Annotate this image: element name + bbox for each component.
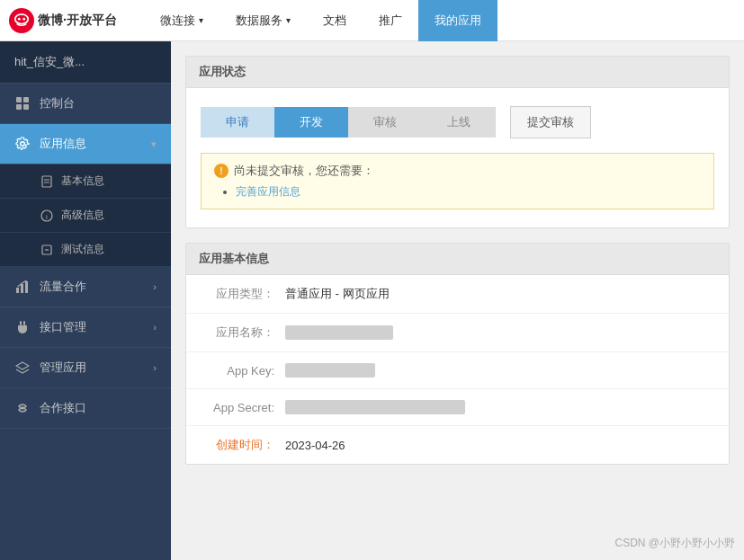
- info-value-createtime: 2023-04-26: [285, 439, 345, 452]
- sidebar-sub-basicinfo[interactable]: 基本信息: [0, 164, 171, 199]
- link-icon: [14, 400, 31, 416]
- logo-icon: [9, 8, 34, 33]
- info-row-createtime: 创建时间： 2023-04-26: [186, 426, 729, 464]
- logo: 微博·开放平台: [9, 8, 117, 33]
- info-row-appname: 应用名称：: [186, 314, 729, 352]
- svg-rect-19: [22, 329, 23, 333]
- warning-box: ! 尚未提交审核，您还需要： 完善应用信息: [201, 153, 714, 209]
- sidebar-sub-advancedinfo[interactable]: i 高级信息: [0, 199, 171, 233]
- svg-point-0: [15, 13, 28, 23]
- logo-text: 微博·开放平台: [38, 13, 117, 29]
- svg-rect-6: [23, 104, 29, 110]
- info-value-appname-blurred: [285, 325, 393, 340]
- app-status-body: 申请 开发 审核 上线 提交审核 !: [186, 88, 729, 227]
- step-dev: 开发: [274, 107, 348, 138]
- info-value-apptype: 普通应用 - 网页应用: [285, 286, 390, 302]
- app-basic-info-section: 应用基本信息 应用类型： 普通应用 - 网页应用 应用名称： App Key: …: [185, 243, 730, 465]
- svg-rect-17: [20, 321, 22, 325]
- warning-icon: !: [214, 164, 229, 178]
- svg-text:i: i: [46, 213, 48, 221]
- info-label-appsecret: App Secret:: [204, 401, 285, 414]
- submit-review-button[interactable]: 提交审核: [510, 106, 591, 138]
- steps-row: 申请 开发 审核 上线 提交审核: [201, 106, 714, 138]
- sidebar-sub-appinfo: 基本信息 i 高级信息 测试信息: [0, 164, 171, 267]
- grid-icon: [14, 95, 31, 111]
- info-row-appsecret: App Secret:: [186, 389, 729, 426]
- layers-icon: [14, 360, 31, 376]
- svg-rect-16: [25, 281, 28, 293]
- warning-link[interactable]: 完善应用信息: [236, 185, 300, 198]
- sidebar-item-manage[interactable]: 管理应用 ›: [0, 348, 171, 388]
- app-basic-info-title: 应用基本信息: [186, 244, 729, 275]
- sidebar-item-appinfo[interactable]: 应用信息 ▾: [0, 124, 171, 164]
- sidebar-item-api[interactable]: 接口管理 ›: [0, 307, 171, 348]
- chart-icon: [14, 279, 31, 295]
- warning-item: 完善应用信息: [236, 184, 701, 200]
- sidebar-sub-testinfo[interactable]: 测试信息: [0, 233, 171, 267]
- info-row-appkey: App Key:: [186, 352, 729, 389]
- doc-icon: [40, 174, 54, 189]
- sidebar-header: hit_信安_微...: [0, 41, 171, 84]
- watermark: CSDN @小野小野小小野: [614, 536, 735, 551]
- nav-item-shuju[interactable]: 数据服务 ▾: [220, 0, 307, 41]
- step-apply: 申请: [201, 107, 274, 138]
- nav-item-myapp[interactable]: 我的应用: [418, 0, 497, 41]
- nav-item-weilianji[interactable]: 微连接 ▾: [144, 0, 220, 41]
- sidebar-item-traffic[interactable]: 流量合作 ›: [0, 267, 171, 307]
- info-value-appsecret-blurred: [285, 400, 465, 414]
- svg-point-2: [22, 17, 25, 20]
- info-label-appname: 应用名称：: [204, 324, 285, 341]
- svg-rect-18: [23, 321, 25, 325]
- chevron-right-icon: ›: [153, 281, 157, 292]
- svg-rect-5: [16, 104, 22, 110]
- info-value-appkey-blurred: [285, 363, 375, 378]
- sidebar: hit_信安_微... 控制台 应用信息 ▾: [0, 41, 171, 560]
- test-icon: [40, 243, 54, 257]
- svg-rect-3: [16, 97, 22, 102]
- step-review: 审核: [348, 107, 422, 138]
- nav-item-promo[interactable]: 推广: [363, 0, 418, 41]
- info-label-appkey: App Key:: [204, 364, 285, 378]
- sidebar-item-partner[interactable]: 合作接口: [0, 388, 171, 429]
- svg-rect-15: [21, 284, 23, 293]
- top-nav: 微博·开放平台 微连接 ▾ 数据服务 ▾ 文档 推广 我的应用: [0, 0, 744, 41]
- warning-header: ! 尚未提交审核，您还需要：: [214, 163, 701, 179]
- gear-icon: [14, 136, 31, 152]
- chevron-right-icon: ›: [153, 322, 157, 333]
- step-online: 上线: [422, 107, 496, 138]
- svg-rect-4: [23, 97, 29, 102]
- svg-point-1: [18, 17, 21, 20]
- app-status-title: 应用状态: [186, 57, 729, 88]
- content-area: 应用状态 申请 开发 审核 上线 提交审核: [171, 41, 744, 560]
- main-layout: hit_信安_微... 控制台 应用信息 ▾: [0, 41, 744, 560]
- info-label-apptype: 应用类型：: [204, 286, 285, 302]
- info-label-createtime: 创建时间：: [204, 437, 285, 453]
- chevron-down-icon: ▾: [286, 15, 291, 25]
- chevron-down-icon: ▾: [151, 138, 157, 150]
- info-row-apptype: 应用类型： 普通应用 - 网页应用: [186, 275, 729, 314]
- nav-items: 微连接 ▾ 数据服务 ▾ 文档 推广 我的应用: [144, 0, 735, 41]
- app-status-section: 应用状态 申请 开发 审核 上线 提交审核: [185, 56, 730, 228]
- sidebar-item-dashboard[interactable]: 控制台: [0, 84, 171, 124]
- svg-rect-7: [42, 176, 51, 187]
- chevron-right-icon: ›: [153, 362, 157, 373]
- svg-marker-20: [16, 362, 29, 369]
- svg-rect-14: [16, 288, 19, 293]
- nav-item-doc[interactable]: 文档: [307, 0, 363, 41]
- plug-icon: [14, 319, 31, 335]
- chevron-down-icon: ▾: [199, 15, 203, 25]
- info-icon: i: [40, 209, 54, 223]
- warning-list: 完善应用信息: [214, 184, 701, 200]
